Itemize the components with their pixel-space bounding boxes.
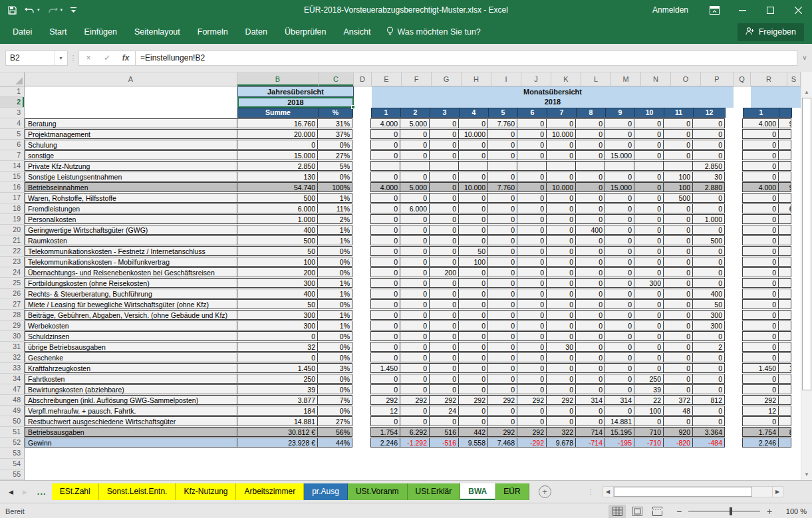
cell-M7[interactable]: 15.000 [605, 150, 634, 160]
cell-K19[interactable]: 0 [546, 214, 576, 224]
cell-M18[interactable]: 0 [605, 203, 634, 213]
row-header-3[interactable]: 3 [0, 108, 25, 118]
cell-D17[interactable] [352, 193, 370, 203]
cell-H28[interactable]: 0 [458, 310, 488, 320]
sheet-tab-euer[interactable]: EÜR [495, 483, 529, 500]
cell-S21[interactable]: 0 [778, 235, 791, 245]
cell-J50[interactable]: 0 [517, 416, 547, 426]
cell-G30[interactable]: 0 [429, 331, 459, 341]
cell-S19[interactable]: 0 [778, 214, 791, 224]
cell-B18[interactable]: 6.000 [237, 203, 318, 213]
column-header-I[interactable]: I [491, 72, 521, 86]
cell-I7[interactable]: 0 [487, 150, 517, 160]
cell-month-header-11[interactable]: 11 [664, 108, 694, 118]
cell-D15[interactable] [352, 172, 370, 182]
cell-O18[interactable]: 0 [663, 203, 693, 213]
cell-E16[interactable]: 4.000 [370, 182, 400, 192]
cell-D19[interactable] [352, 214, 370, 225]
cell-P47[interactable]: 0 [692, 384, 725, 394]
cell-F51[interactable]: 6.292 [400, 427, 430, 437]
cell-N48[interactable]: 22 [634, 395, 664, 405]
cell-Q52[interactable] [725, 438, 742, 448]
selected-cell-B2[interactable]: 2018 [237, 97, 354, 108]
expand-formula-bar-icon[interactable]: ˅ [797, 55, 812, 62]
cell-K22[interactable]: 0 [546, 246, 576, 256]
cell-O29[interactable]: 0 [663, 321, 693, 330]
cell-S17[interactable]: 0 [778, 193, 791, 203]
cell-F29[interactable]: 0 [400, 321, 430, 330]
cell-cum-header-1[interactable]: 1 [743, 108, 779, 118]
cell-E25[interactable]: 0 [370, 278, 400, 288]
cell-G15[interactable]: 0 [429, 172, 459, 182]
cell-R16[interactable]: 4.000 [742, 182, 779, 192]
cell-P21[interactable]: 500 [692, 235, 725, 245]
cell-I18[interactable]: 0 [487, 203, 517, 213]
cell-F25[interactable]: 0 [400, 278, 430, 288]
cell-B50[interactable]: 14.881 [237, 416, 318, 426]
cell-O16[interactable]: 100 [663, 182, 693, 192]
cell-C18[interactable]: 11% [317, 203, 352, 213]
cell-E27[interactable]: 0 [370, 299, 400, 309]
cell-N34[interactable]: 250 [634, 374, 664, 384]
cell-G19[interactable]: 0 [429, 214, 459, 224]
cell-F4[interactable]: 5.000 [400, 118, 430, 128]
cell-K29[interactable]: 0 [546, 321, 576, 330]
cell-C21[interactable]: 1% [317, 235, 352, 245]
cell-Q29[interactable] [725, 321, 742, 331]
cell-C26[interactable]: 1% [317, 289, 352, 299]
cell-E23[interactable]: 0 [370, 257, 400, 267]
cell-D50[interactable] [352, 416, 370, 427]
cell-Q14[interactable] [725, 161, 742, 172]
cell-N30[interactable]: 0 [634, 331, 664, 341]
cell-S24[interactable]: 0 [778, 267, 791, 277]
cell-L50[interactable]: 0 [575, 416, 605, 426]
cell-E26[interactable]: 0 [370, 289, 400, 299]
cell-R23[interactable]: 0 [742, 257, 779, 267]
cell-J34[interactable]: 0 [517, 374, 547, 384]
cell-H49[interactable]: 0 [458, 406, 488, 416]
cell-K5[interactable]: 10.000 [546, 129, 576, 139]
row-header-32[interactable]: 32 [0, 352, 25, 363]
cell-F20[interactable]: 0 [400, 225, 430, 235]
cell-O22[interactable]: 0 [663, 246, 693, 256]
cell-I27[interactable]: 0 [487, 299, 517, 309]
cell-E30[interactable]: 0 [370, 331, 400, 341]
cell-B32[interactable]: 0 [237, 352, 318, 362]
cell-L47[interactable]: 0 [575, 384, 605, 394]
cell-F34[interactable]: 0 [400, 374, 430, 384]
cell-G22[interactable]: 0 [429, 246, 459, 256]
row-header-5[interactable]: 5 [0, 129, 25, 140]
cell-D6[interactable] [352, 140, 370, 150]
column-header-S[interactable]: S [787, 72, 801, 86]
cell-J14[interactable] [517, 161, 547, 171]
cell-Q28[interactable] [725, 310, 742, 321]
row-header-16[interactable]: 16 [0, 182, 25, 193]
zoom-level[interactable]: 100 % [780, 507, 807, 515]
cell-Q47[interactable] [725, 384, 742, 395]
row-header-15[interactable]: 15 [0, 172, 25, 182]
cell-S26[interactable]: 0 [778, 289, 791, 299]
cell-R51[interactable]: 1.754 [742, 427, 779, 437]
cell-J16[interactable]: 0 [517, 182, 547, 192]
cell-M14[interactable] [605, 161, 634, 171]
cell-H21[interactable]: 0 [458, 235, 488, 245]
cell-L34[interactable]: 0 [575, 374, 605, 384]
column-header-F[interactable]: F [402, 72, 432, 86]
maximize-icon[interactable] [756, 0, 784, 20]
cell-S50[interactable]: 0 [778, 416, 791, 426]
cell-B16[interactable]: 54.740 [237, 182, 318, 192]
cell-M19[interactable]: 0 [605, 214, 634, 224]
cell-O27[interactable]: 0 [663, 299, 693, 309]
cell-D32[interactable] [352, 352, 370, 363]
cell-C28[interactable]: 1% [317, 310, 352, 320]
cell-R17[interactable]: 0 [742, 193, 779, 203]
sheet-tab-kfz-nutzung[interactable]: Kfz-Nutzung [176, 483, 236, 500]
cell-A19[interactable]: Personalkosten [25, 214, 237, 224]
cell-K31[interactable]: 30 [546, 342, 576, 352]
cell-C48[interactable]: 7% [317, 395, 352, 405]
cell-C33[interactable]: 3% [317, 363, 352, 373]
column-header-D[interactable]: D [354, 72, 372, 86]
column-header-N[interactable]: N [641, 72, 671, 86]
cell-E29[interactable]: 0 [370, 321, 400, 330]
cell-E24[interactable]: 0 [370, 267, 400, 277]
